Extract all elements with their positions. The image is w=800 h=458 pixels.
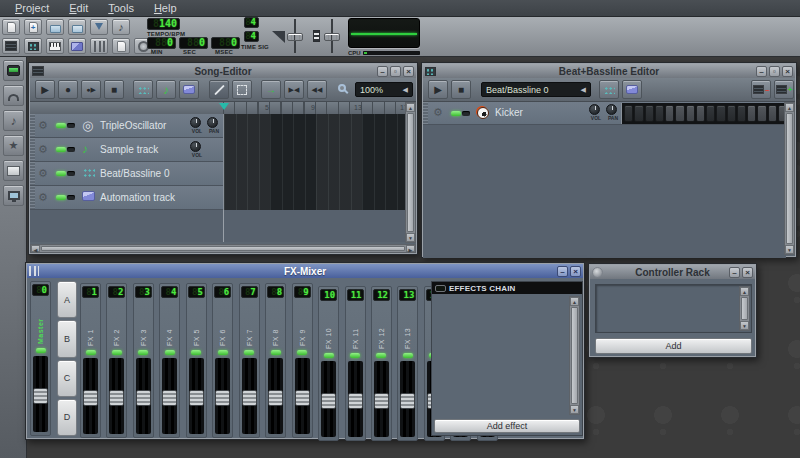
pan-knob[interactable] <box>606 104 617 115</box>
beat-step-cell[interactable] <box>737 105 746 122</box>
add-automation-track-button[interactable] <box>179 80 199 99</box>
sidebar-item-home[interactable]: ★ <box>3 135 24 156</box>
track-name[interactable]: Kicker <box>495 107 523 118</box>
add-effect-button[interactable]: Add effect <box>434 419 580 433</box>
fx-channel-strip[interactable]: 11 FX 11 <box>345 286 366 441</box>
track-lane[interactable] <box>223 114 406 138</box>
fx-channel-mute-led[interactable] <box>350 353 360 358</box>
fader-handle[interactable] <box>189 390 204 406</box>
menu-item[interactable]: Help <box>145 1 186 15</box>
track-gear-icon[interactable]: ⚙ <box>38 168 48 179</box>
mute-led[interactable] <box>451 111 461 116</box>
close-button[interactable]: × <box>570 266 581 277</box>
scroll-left-arrow[interactable]: ◀ <box>31 245 40 252</box>
export-project-button[interactable]: ♪ <box>112 19 130 35</box>
menu-item[interactable]: Tools <box>99 1 143 15</box>
fx-send-button[interactable]: D <box>57 399 77 436</box>
fx-channel-strip[interactable]: 83 FX 3 <box>133 283 154 438</box>
scroll-handle[interactable] <box>741 297 748 320</box>
tempo-display[interactable]: 8140 <box>147 18 180 30</box>
fader-handle[interactable] <box>242 390 257 406</box>
scroll-handle[interactable] <box>407 113 414 232</box>
rewind-button[interactable]: ◀◀ <box>307 80 327 99</box>
show-automation-editor-button[interactable] <box>68 38 86 54</box>
close-button[interactable]: × <box>403 66 414 77</box>
fx-channel-fader[interactable] <box>215 358 230 434</box>
track-gear-icon[interactable]: ⚙ <box>433 107 443 118</box>
add-steps-button[interactable]: + <box>774 80 794 99</box>
fader-handle[interactable] <box>136 390 151 406</box>
record-button[interactable]: ● <box>58 80 78 99</box>
fader-handle[interactable] <box>109 390 124 406</box>
save-project-button[interactable] <box>90 19 108 35</box>
track-gear-icon[interactable]: ⚙ <box>38 144 48 155</box>
track-lane[interactable] <box>223 138 406 162</box>
beat-step-cell[interactable] <box>696 105 705 122</box>
fx-channel-fader[interactable] <box>348 361 363 437</box>
add-controller-button[interactable]: Add <box>595 338 752 354</box>
fx-channel-mute-led[interactable] <box>191 350 201 355</box>
show-song-editor-button[interactable] <box>2 38 20 54</box>
sidebar-item-presets[interactable]: ♪ <box>3 110 24 131</box>
solo-led[interactable] <box>67 195 75 200</box>
track-grip[interactable] <box>423 102 428 124</box>
fx-channel-fader[interactable] <box>321 361 336 437</box>
track-name[interactable]: Beat/Bassline 0 <box>100 168 170 179</box>
fx-channel-strip[interactable]: 81 FX 1 <box>80 283 101 438</box>
fx-send-button[interactable]: C <box>57 360 77 397</box>
fx-channel-mute-led[interactable] <box>86 350 96 355</box>
fx-channel-strip[interactable]: 85 FX 5 <box>186 283 207 438</box>
volume-knob[interactable] <box>190 141 201 152</box>
open-project-button[interactable] <box>46 19 64 35</box>
scroll-up-arrow[interactable]: ▲ <box>570 297 579 306</box>
bb-editor-vscrollbar[interactable]: ▲ ▼ <box>784 102 795 255</box>
fader-handle[interactable] <box>162 390 177 406</box>
beat-step-cell[interactable] <box>727 105 736 122</box>
show-piano-roll-button[interactable] <box>46 38 64 54</box>
fx-channel-mute-led[interactable] <box>138 350 148 355</box>
fx-channel-mute-led[interactable] <box>112 350 122 355</box>
fx-channel-strip[interactable]: 82 FX 2 <box>106 283 127 438</box>
menu-item[interactable]: Edit <box>60 1 97 15</box>
add-sample-track-button[interactable]: ♪ <box>156 80 176 99</box>
fx-channel-fader[interactable] <box>400 361 415 437</box>
timeline[interactable]: 591317 <box>223 102 407 114</box>
scroll-down-arrow[interactable]: ▼ <box>785 245 794 254</box>
fader-handle[interactable] <box>400 393 415 409</box>
mute-led[interactable] <box>56 171 66 176</box>
fx-channel-fader[interactable] <box>136 358 151 434</box>
bb-editor-titlebar[interactable]: Beat+Bassline Editor – ▫ × <box>423 64 795 78</box>
open-recent-button[interactable] <box>68 19 86 35</box>
timesig-denominator[interactable]: 84 <box>244 31 259 42</box>
minimize-button[interactable]: – <box>756 66 767 77</box>
close-button[interactable]: × <box>742 267 753 278</box>
fx-channel-mute-led[interactable] <box>297 350 307 355</box>
fader-handle[interactable] <box>83 390 98 406</box>
bb-track-kicker[interactable]: ⚙ Kicker VOL PAN <box>423 102 786 125</box>
scroll-down-arrow[interactable]: ▼ <box>570 405 579 414</box>
fx-channel-mute-led[interactable] <box>403 353 413 358</box>
song-editor-vscrollbar[interactable]: ▲ ▼ <box>405 102 416 243</box>
fx-channel-mute-led[interactable] <box>218 350 228 355</box>
play-button[interactable]: ▶ <box>35 80 55 99</box>
effects-chain-scrollbar[interactable]: ▲ ▼ <box>569 296 580 415</box>
fx-channel-strip[interactable]: 10 FX 10 <box>318 286 339 441</box>
fx-channel-strip[interactable]: 13 FX 13 <box>397 286 418 441</box>
beat-step-cell[interactable] <box>675 105 684 122</box>
scroll-handle[interactable] <box>41 246 405 251</box>
stop-button[interactable]: ■ <box>451 80 471 99</box>
fx-channel-mute-led[interactable] <box>165 350 175 355</box>
output-oscilloscope[interactable] <box>348 18 420 48</box>
track-gear-icon[interactable]: ⚙ <box>38 120 48 131</box>
sidebar-item-instruments[interactable] <box>3 60 24 81</box>
fader-handle[interactable] <box>348 393 363 409</box>
beat-step-cell[interactable] <box>716 105 725 122</box>
end-marker-button[interactable]: ▶◀ <box>284 80 304 99</box>
time-field[interactable]: 880 MSEC <box>211 37 240 55</box>
mute-led[interactable] <box>56 123 66 128</box>
fx-channel-strip[interactable]: 88 FX 8 <box>265 283 286 438</box>
fx-master-mute-led[interactable] <box>36 348 46 353</box>
menu-item[interactable]: Project <box>6 1 58 15</box>
draw-mode-button[interactable] <box>209 80 229 99</box>
scroll-down-arrow[interactable]: ▼ <box>406 233 415 242</box>
